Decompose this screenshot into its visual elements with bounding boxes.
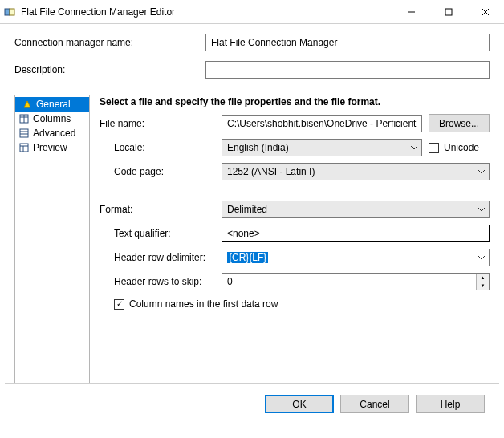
cancel-button[interactable]: Cancel <box>340 395 409 413</box>
chevron-down-icon <box>478 207 486 212</box>
hrow-delim-dropdown[interactable]: {CR}{LF} <box>222 249 490 266</box>
top-form: Connection manager name: Description: <box>0 24 504 95</box>
separator <box>100 189 490 189</box>
general-icon <box>22 99 33 109</box>
sidebar-item-columns[interactable]: Columns <box>15 112 89 126</box>
spin-down-icon[interactable]: ▼ <box>477 282 489 290</box>
conn-name-input[interactable] <box>205 34 490 51</box>
spin-up-icon[interactable]: ▲ <box>477 274 489 282</box>
file-name-label: File name: <box>100 118 215 129</box>
sidebar-item-label: Preview <box>33 142 67 153</box>
sidebar-item-general[interactable]: General <box>15 97 89 112</box>
app-icon <box>3 6 16 18</box>
browse-button[interactable]: Browse... <box>429 114 490 132</box>
sidebar: General Columns Advanced Preview <box>14 95 90 383</box>
colnames-label: Column names in the first data row <box>129 298 278 310</box>
advanced-icon <box>18 128 30 138</box>
maximize-button[interactable] <box>430 0 467 24</box>
hrow-delim-value: {CR}{LF} <box>227 252 268 263</box>
unicode-checkbox-box <box>429 143 439 153</box>
chevron-down-icon <box>478 255 486 260</box>
textq-input[interactable] <box>222 225 490 242</box>
locale-dropdown[interactable]: English (India) <box>222 139 422 156</box>
footer: OK Cancel Help <box>5 383 499 424</box>
file-name-input[interactable] <box>222 115 422 132</box>
titlebar: Flat File Connection Manager Editor <box>0 0 504 24</box>
format-label: Format: <box>100 204 215 215</box>
svg-rect-0 <box>5 9 10 15</box>
preview-icon <box>18 143 30 152</box>
hrow-skip-label: Header rows to skip: <box>100 276 215 287</box>
hrow-skip-input[interactable] <box>222 274 476 290</box>
svg-rect-3 <box>445 9 452 15</box>
codepage-label: Code page: <box>100 166 215 177</box>
window-title: Flat File Connection Manager Editor <box>21 6 393 18</box>
colnames-checkbox[interactable]: Column names in the first data row <box>114 298 490 310</box>
format-value: Delimited <box>227 204 267 215</box>
codepage-dropdown[interactable]: 1252 (ANSI - Latin I) <box>222 163 490 180</box>
instruction-text: Select a file and specify the file prope… <box>100 96 490 107</box>
description-label: Description: <box>14 64 199 75</box>
help-button[interactable]: Help <box>416 395 485 413</box>
minimize-button[interactable] <box>393 0 430 24</box>
columns-icon <box>18 114 30 124</box>
body: General Columns Advanced Preview Select … <box>0 95 504 383</box>
conn-name-label: Connection manager name: <box>14 37 199 48</box>
sidebar-item-label: Advanced <box>33 128 75 139</box>
codepage-value: 1252 (ANSI - Latin I) <box>227 166 315 177</box>
chevron-down-icon <box>478 169 486 174</box>
unicode-checkbox[interactable]: Unicode <box>429 142 490 153</box>
sidebar-item-advanced[interactable]: Advanced <box>15 126 89 140</box>
locale-label: Locale: <box>100 142 215 153</box>
svg-rect-1 <box>10 9 14 15</box>
sidebar-item-label: Columns <box>33 113 71 124</box>
sidebar-item-preview[interactable]: Preview <box>15 140 89 155</box>
hrow-skip-spinner[interactable]: ▲ ▼ <box>222 273 490 290</box>
hrow-delim-label: Header row delimiter: <box>100 252 215 263</box>
unicode-label: Unicode <box>444 142 479 153</box>
textq-label: Text qualifier: <box>100 228 215 239</box>
general-panel: Select a file and specify the file prope… <box>90 95 490 383</box>
ok-button[interactable]: OK <box>265 395 334 413</box>
locale-value: English (India) <box>227 142 289 153</box>
description-input[interactable] <box>205 61 490 79</box>
svg-rect-9 <box>20 129 28 137</box>
colnames-checkbox-box <box>114 299 124 310</box>
spinner-buttons[interactable]: ▲ ▼ <box>476 274 489 290</box>
svg-rect-12 <box>20 144 28 152</box>
chevron-down-icon <box>410 145 418 150</box>
format-dropdown[interactable]: Delimited <box>222 201 490 218</box>
close-button[interactable] <box>467 0 504 24</box>
sidebar-item-label: General <box>36 99 71 110</box>
